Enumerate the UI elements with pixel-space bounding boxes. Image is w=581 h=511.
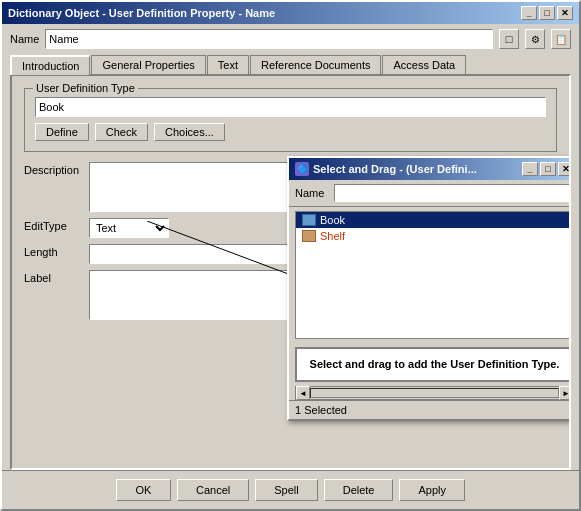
- apply-button[interactable]: Apply: [399, 479, 465, 501]
- shelf-icon: [302, 230, 316, 242]
- scroll-left-btn[interactable]: ◄: [296, 386, 310, 400]
- popup-title-buttons: _ □ ✕: [522, 162, 571, 176]
- edittype-select[interactable]: Text Number Date: [89, 218, 169, 238]
- delete-button[interactable]: Delete: [324, 479, 394, 501]
- name-input[interactable]: [45, 29, 493, 49]
- list-item-book-label: Book: [320, 214, 345, 226]
- popup-instruction-text: Select and drag to add the User Definiti…: [310, 358, 560, 370]
- check-button[interactable]: Check: [95, 123, 148, 141]
- spell-button[interactable]: Spell: [255, 479, 317, 501]
- popup-maximize-btn[interactable]: □: [540, 162, 556, 176]
- length-input[interactable]: [89, 244, 289, 264]
- tab-text[interactable]: Text: [207, 55, 249, 75]
- name-icon-btn3[interactable]: 📋: [551, 29, 571, 49]
- name-icon-btn2[interactable]: ⚙: [525, 29, 545, 49]
- type-input[interactable]: [35, 97, 546, 117]
- popup-name-row: Name: [289, 180, 571, 207]
- tabs-bar: Introduction General Properties Text Ref…: [2, 54, 579, 74]
- label-label: Label: [24, 270, 89, 284]
- content-area: User Definition Type Define Check Choice…: [10, 74, 571, 470]
- title-bar: Dictionary Object - User Definition Prop…: [2, 2, 579, 24]
- title-text: Dictionary Object - User Definition Prop…: [8, 7, 275, 19]
- group-box-label: User Definition Type: [33, 82, 138, 94]
- bottom-bar: OK Cancel Spell Delete Apply: [2, 470, 579, 509]
- popup-name-input[interactable]: [334, 184, 571, 202]
- popup-title-bar: 🔷 Select and Drag - (User Defini... _ □ …: [289, 158, 571, 180]
- ok-button[interactable]: OK: [116, 479, 171, 501]
- tab-introduction[interactable]: Introduction: [10, 55, 90, 75]
- close-btn[interactable]: ✕: [557, 6, 573, 20]
- popup-status: 1 Selected: [289, 400, 571, 419]
- title-bar-buttons: _ □ ✕: [521, 6, 573, 20]
- label-input[interactable]: [89, 270, 289, 320]
- cancel-button[interactable]: Cancel: [177, 479, 249, 501]
- define-button[interactable]: Define: [35, 123, 89, 141]
- popup-minimize-btn[interactable]: _: [522, 162, 538, 176]
- popup-instruction: Select and drag to add the User Definiti…: [295, 347, 571, 382]
- group-buttons: Define Check Choices...: [35, 123, 546, 141]
- maximize-btn[interactable]: □: [539, 6, 555, 20]
- edittype-label: EditType: [24, 218, 89, 232]
- description-input[interactable]: [89, 162, 289, 212]
- popup-window: 🔷 Select and Drag - (User Defini... _ □ …: [287, 156, 571, 421]
- name-label: Name: [10, 33, 39, 45]
- tab-access-data[interactable]: Access Data: [382, 55, 466, 75]
- scrollbar-track[interactable]: [310, 388, 559, 398]
- book-icon: [302, 214, 316, 226]
- popup-name-label: Name: [295, 187, 330, 199]
- choices-button[interactable]: Choices...: [154, 123, 225, 141]
- main-window: Dictionary Object - User Definition Prop…: [0, 0, 581, 511]
- description-label: Description: [24, 162, 89, 176]
- popup-list[interactable]: Book Shelf: [295, 211, 571, 339]
- tab-general-properties[interactable]: General Properties: [91, 55, 205, 75]
- popup-title-text: Select and Drag - (User Defini...: [313, 163, 477, 175]
- popup-title-icon: 🔷: [295, 162, 309, 176]
- list-item-shelf-label: Shelf: [320, 230, 345, 242]
- name-icon-btn1[interactable]: □: [499, 29, 519, 49]
- list-item-shelf[interactable]: Shelf: [296, 228, 571, 244]
- user-def-type-group: User Definition Type Define Check Choice…: [24, 88, 557, 152]
- list-item-book[interactable]: Book: [296, 212, 571, 228]
- popup-status-text: 1 Selected: [295, 404, 347, 416]
- popup-scrollbar[interactable]: ◄ ►: [295, 386, 571, 400]
- popup-close-btn[interactable]: ✕: [558, 162, 571, 176]
- length-label: Length: [24, 244, 89, 258]
- name-row: Name □ ⚙ 📋: [2, 24, 579, 54]
- tab-reference-documents[interactable]: Reference Documents: [250, 55, 381, 75]
- scroll-right-btn[interactable]: ►: [559, 386, 571, 400]
- minimize-btn[interactable]: _: [521, 6, 537, 20]
